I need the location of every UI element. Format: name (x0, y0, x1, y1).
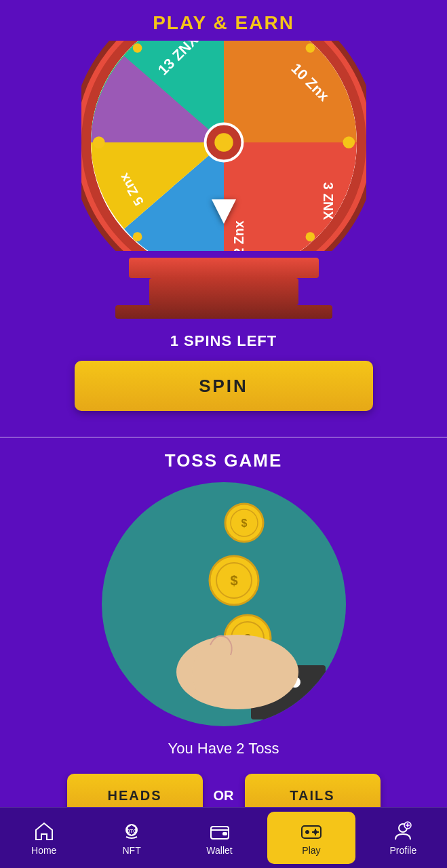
svg-point-9 (343, 136, 355, 149)
toss-illustration-container: $ $ $ (102, 482, 346, 726)
stand-base (115, 305, 332, 319)
toss-svg: $ $ $ (102, 482, 346, 726)
toss-or-label: OR (214, 788, 234, 804)
stand-middle (149, 278, 298, 305)
svg-point-14 (132, 43, 142, 53)
wheel-pointer (212, 199, 236, 224)
play-icon (300, 821, 322, 842)
svg-point-15 (132, 232, 142, 241)
wheel-stand (115, 258, 332, 319)
home-icon (33, 821, 55, 842)
nav-item-home[interactable]: Home (0, 808, 88, 868)
nav-label-home: Home (31, 845, 56, 856)
nav-item-play[interactable]: Play (267, 812, 355, 864)
profile-icon (392, 821, 414, 842)
nav-label-profile: Profile (389, 845, 416, 856)
toss-section: TOSS GAME $ $ $ (0, 443, 447, 868)
nav-label-nft: NFT (123, 845, 141, 856)
wheel-container: 13 ZNX 10 Znx 3 ZNX 2 Znx 5 Znx (81, 41, 366, 251)
toss-count: You Have 2 Toss (168, 740, 279, 757)
nav-label-play: Play (302, 845, 320, 856)
svg-text:BTC: BTC (127, 829, 136, 833)
nav-item-wallet[interactable]: Wallet (176, 808, 263, 868)
svg-text:$: $ (230, 573, 237, 588)
wallet-icon (209, 821, 231, 842)
spins-left: 1 SPINS LEFT (170, 332, 277, 350)
nft-icon: BTC (121, 821, 142, 842)
wheel-section: 13 ZNX 10 Znx 3 ZNX 2 Znx 5 Znx 1 (0, 41, 447, 431)
svg-text:$: $ (241, 517, 247, 529)
toss-title: TOSS GAME (165, 450, 283, 471)
stand-top (129, 258, 319, 278)
svg-text:2 Znx: 2 Znx (231, 220, 246, 251)
svg-rect-32 (222, 832, 227, 835)
bottom-nav: Home BTC NFT Wallet Play (0, 807, 447, 868)
svg-point-12 (305, 43, 315, 53)
spin-button[interactable]: SPIN (75, 361, 373, 411)
svg-point-13 (305, 232, 315, 241)
section-divider (0, 437, 447, 438)
nav-label-wallet: Wallet (206, 845, 232, 856)
svg-point-34 (305, 830, 309, 833)
svg-point-2 (214, 133, 233, 151)
page-title: PLAY & EARN (0, 0, 447, 41)
nav-item-profile[interactable]: Profile (359, 808, 447, 868)
nav-item-nft[interactable]: BTC NFT (88, 808, 175, 868)
svg-text:3 ZNX: 3 ZNX (321, 182, 336, 220)
svg-point-11 (92, 136, 104, 149)
